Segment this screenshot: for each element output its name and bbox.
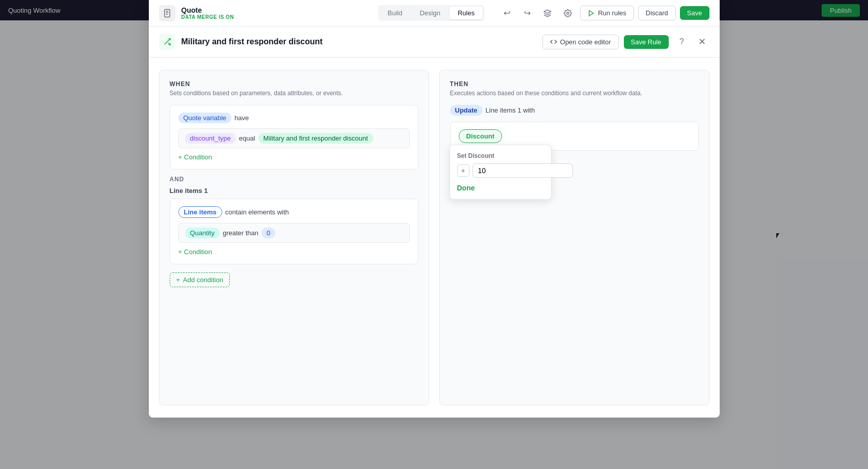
line-items-group: Line items contain elements with Quantit…	[170, 199, 418, 264]
plus-icon-2: +	[178, 248, 182, 256]
add-condition-main-button[interactable]: + Add condition	[170, 272, 230, 287]
discount-type-condition: discount_type equal Military and first r…	[178, 128, 410, 148]
svg-marker-4	[544, 10, 550, 13]
app-badge: DATA MERGE IS ON	[181, 14, 234, 20]
equal-text: equal	[239, 134, 255, 142]
quote-variable-pill[interactable]: Quote variable	[178, 113, 232, 123]
update-row: Update Line items 1 with	[450, 105, 699, 116]
tab-rules[interactable]: Rules	[450, 7, 483, 19]
tab-build[interactable]: Build	[380, 7, 411, 19]
have-text: have	[234, 114, 249, 122]
redo-button[interactable]: ↪	[519, 5, 535, 21]
contain-text: contain elements with	[225, 208, 289, 216]
then-panel: THEN Executes actions based on these con…	[439, 70, 709, 405]
greater-than-text: greater than	[223, 229, 258, 237]
modal-tabs: Build Design Rules	[378, 5, 485, 21]
discount-card: Discount Set Discount + Done	[450, 122, 699, 151]
rule-title: Military and first responder discount	[181, 37, 323, 46]
quote-variable-group: Quote variable have discount_type equal …	[170, 105, 418, 170]
plus-icon-1: +	[178, 153, 182, 161]
popover-plus-button[interactable]: +	[457, 164, 469, 177]
open-code-editor-button[interactable]: Open code editor	[542, 35, 619, 49]
svg-point-5	[567, 12, 569, 14]
discount-pill-button[interactable]: Discount	[459, 129, 503, 143]
when-panel: WHEN Sets conditions based on parameters…	[159, 70, 429, 405]
add-condition-link-1[interactable]: + Condition	[178, 152, 410, 162]
run-rules-button[interactable]: Run rules	[580, 6, 634, 20]
quantity-value-pill[interactable]: 0	[261, 228, 275, 238]
save-rule-button[interactable]: Save Rule	[624, 35, 669, 49]
update-pill[interactable]: Update	[450, 105, 483, 116]
line-items-row: Line items contain elements with	[178, 206, 410, 218]
rule-header-actions: Open code editor Save Rule ? ✕	[542, 34, 709, 50]
modal: Quote DATA MERGE IS ON Build Design Rule…	[149, 0, 720, 418]
line-items-update-text: Line items 1 with	[486, 106, 535, 114]
modal-top-bar: Quote DATA MERGE IS ON Build Design Rule…	[149, 0, 720, 26]
modal-top-actions: ↩ ↪	[498, 5, 709, 21]
app-info: Quote DATA MERGE IS ON	[181, 6, 234, 20]
cursor-indicator	[776, 233, 786, 243]
rule-header: Military and first responder discount Op…	[149, 26, 720, 58]
layers-button[interactable]	[539, 5, 556, 21]
save-button[interactable]: Save	[680, 6, 709, 20]
popover-input-row: +	[457, 163, 544, 178]
discard-button[interactable]: Discard	[638, 6, 676, 20]
discount-type-value-pill[interactable]: Military and first responder discount	[258, 133, 373, 144]
when-desc: Sets conditions based on parameters, dat…	[170, 90, 418, 97]
add-condition-wrapper: + Add condition	[170, 272, 418, 287]
undo-button[interactable]: ↩	[498, 5, 515, 21]
plus-icon-main: +	[176, 276, 180, 284]
app-name: Quote	[181, 6, 234, 14]
add-condition-link-2[interactable]: + Condition	[178, 247, 410, 257]
tab-design[interactable]: Design	[411, 7, 448, 19]
discount-popover: Set Discount + Done	[450, 145, 551, 200]
when-label: WHEN	[170, 80, 418, 88]
help-button[interactable]: ?	[674, 34, 690, 50]
close-modal-button[interactable]: ✕	[695, 35, 709, 49]
rule-icon	[159, 34, 175, 50]
line-items-pill[interactable]: Line items	[178, 206, 222, 218]
modal-overlay: Quote DATA MERGE IS ON Build Design Rule…	[0, 0, 868, 469]
discount-value-input[interactable]	[472, 163, 573, 178]
quantity-field-pill[interactable]: Quantity	[185, 228, 220, 238]
settings-button[interactable]	[560, 5, 576, 21]
discount-type-field-pill[interactable]: discount_type	[185, 133, 236, 144]
then-desc: Executes actions based on these conditio…	[450, 90, 699, 97]
done-button[interactable]: Done	[457, 184, 475, 192]
quote-variable-row: Quote variable have	[178, 113, 410, 123]
and-label: AND	[170, 176, 418, 183]
quantity-condition: Quantity greater than 0	[178, 223, 410, 243]
set-discount-label: Set Discount	[457, 152, 544, 159]
svg-marker-6	[589, 10, 593, 16]
rule-body: WHEN Sets conditions based on parameters…	[149, 58, 720, 418]
app-icon	[159, 5, 175, 21]
then-label: THEN	[450, 80, 699, 88]
line-items-label: Line items 1	[170, 187, 418, 195]
